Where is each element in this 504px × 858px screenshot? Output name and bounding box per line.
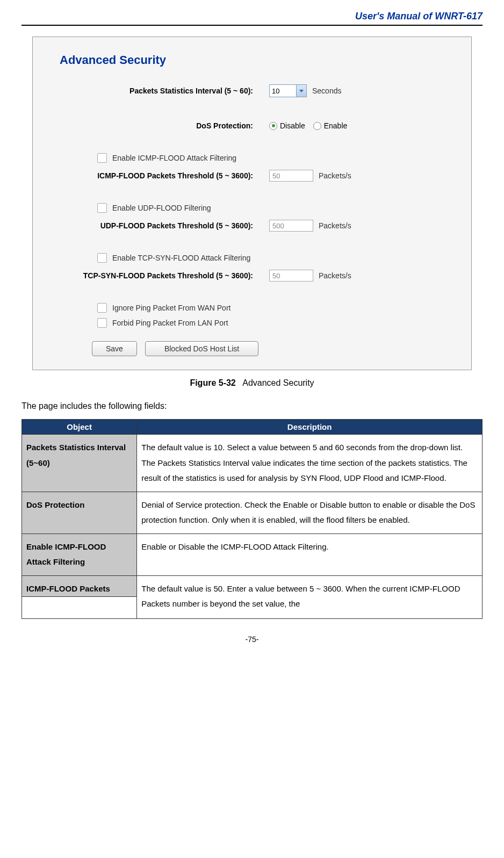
ignore-wan-label: Ignore Ping Packet From WAN Port: [112, 304, 231, 312]
page-number: -75-: [21, 635, 483, 644]
header-divider: [21, 25, 483, 26]
panel-title: Advanced Security: [54, 53, 450, 67]
intro-text: The page includes the following fields:: [21, 401, 483, 411]
tcp-threshold-input[interactable]: 50: [269, 270, 313, 282]
blocked-dos-button[interactable]: Blocked DoS Host List: [145, 341, 258, 356]
figure-text: Advanced Security: [242, 378, 314, 387]
icmp-threshold-label: ICMP-FLOOD Packets Threshold (5 ~ 3600):: [54, 171, 269, 180]
stats-interval-value: 10: [272, 87, 279, 95]
dos-enable-radio[interactable]: [313, 122, 321, 130]
chevron-down-icon[interactable]: [296, 85, 306, 97]
screenshot-panel: Advanced Security Packets Statistics Int…: [32, 37, 472, 370]
icmp-threshold-input[interactable]: 50: [269, 170, 313, 182]
table-header-description: Description: [137, 420, 483, 435]
tcp-unit: Packets/s: [319, 271, 351, 280]
tcp-filter-checkbox[interactable]: [97, 253, 107, 263]
figure-number: Figure 5-32: [190, 378, 235, 387]
tcp-threshold-label: TCP-SYN-FLOOD Packets Threshold (5 ~ 360…: [54, 271, 269, 280]
stats-interval-dropdown[interactable]: 10: [269, 84, 307, 97]
table-row-object-empty: [22, 597, 137, 619]
icmp-unit: Packets/s: [319, 171, 351, 180]
udp-threshold-label: UDP-FLOOD Packets Threshold (5 ~ 3600):: [54, 221, 269, 230]
fields-table: Object Description Packets Statistics In…: [21, 419, 483, 619]
table-row-description: Enable or Disable the ICMP-FLOOD Attack …: [137, 533, 483, 575]
dos-enable-label: Enable: [324, 121, 348, 130]
table-row-description: The default value is 50. Enter a value b…: [137, 575, 483, 619]
dos-disable-radio[interactable]: [269, 122, 277, 130]
forbid-lan-label: Forbid Ping Packet From LAN Port: [112, 319, 228, 327]
dos-disable-label: Disable: [280, 121, 305, 130]
icmp-filter-label: Enable ICMP-FLOOD Attack Filtering: [112, 154, 236, 162]
udp-unit: Packets/s: [319, 221, 351, 230]
udp-filter-label: Enable UDP-FLOOD Filtering: [112, 204, 211, 212]
table-row-object: Packets Statistics Interval (5~60): [22, 435, 137, 492]
table-row-object: ICMP-FLOOD Packets: [22, 575, 137, 597]
stats-interval-label: Packets Statistics Interval (5 ~ 60):: [54, 86, 269, 95]
stats-interval-unit: Seconds: [312, 86, 341, 95]
table-row-description: Denial of Service protection. Check the …: [137, 492, 483, 533]
save-button[interactable]: Save: [92, 341, 137, 356]
table-row-object: Enable ICMP-FLOOD Attack Filtering: [22, 533, 137, 575]
forbid-lan-checkbox[interactable]: [97, 318, 107, 328]
udp-threshold-input[interactable]: 500: [269, 220, 313, 232]
tcp-filter-label: Enable TCP-SYN-FLOOD Attack Filtering: [112, 254, 250, 262]
ignore-wan-checkbox[interactable]: [97, 303, 107, 313]
table-row-object: DoS Protection: [22, 492, 137, 533]
table-header-object: Object: [22, 420, 137, 435]
udp-filter-checkbox[interactable]: [97, 203, 107, 213]
icmp-filter-checkbox[interactable]: [97, 153, 107, 163]
document-header: User's Manual of WNRT-617: [21, 11, 483, 22]
figure-caption: Figure 5-32 Advanced Security: [21, 378, 483, 388]
table-row-description: The default value is 10. Select a value …: [137, 435, 483, 492]
dos-protection-label: DoS Protection:: [54, 121, 269, 130]
